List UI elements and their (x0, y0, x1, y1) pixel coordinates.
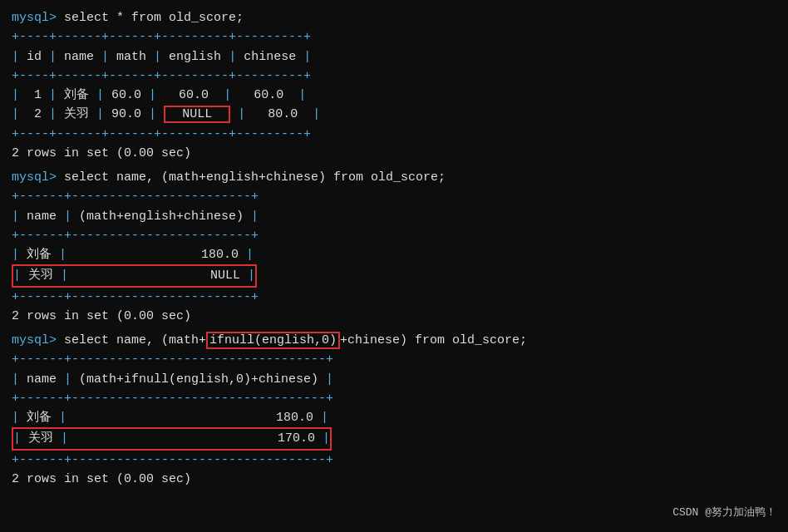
block3-result-row: | 关羽 | 170.0 | (12, 427, 332, 450)
block2-prompt: mysql> select name, (math+english+chines… (12, 168, 776, 187)
block1-prompt: mysql> select * from old_score; (12, 8, 776, 27)
block2: mysql> select name, (math+english+chines… (12, 168, 776, 326)
watermark: CSDN @努力加油鸭！ (672, 505, 776, 521)
block2-result: 2 rows in set (0.00 sec) (12, 307, 776, 326)
block3: mysql> select name, (math+ifnull(english… (12, 331, 776, 489)
block1: mysql> select * from old_score; +----+--… (12, 8, 776, 163)
block2-null-row: | 关羽 | NULL | (12, 264, 257, 287)
block2-table: +------+------------------------+ | name… (12, 187, 776, 307)
block1-table: +----+------+------+---------+---------+… (12, 27, 776, 144)
terminal: mysql> select * from old_score; +----+--… (12, 8, 776, 489)
block3-table: +------+--------------------------------… (12, 350, 776, 470)
block1-result: 2 rows in set (0.00 sec) (12, 144, 776, 163)
block3-prompt: mysql> select name, (math+ifnull(english… (12, 331, 776, 350)
block3-result: 2 rows in set (0.00 sec) (12, 470, 776, 489)
